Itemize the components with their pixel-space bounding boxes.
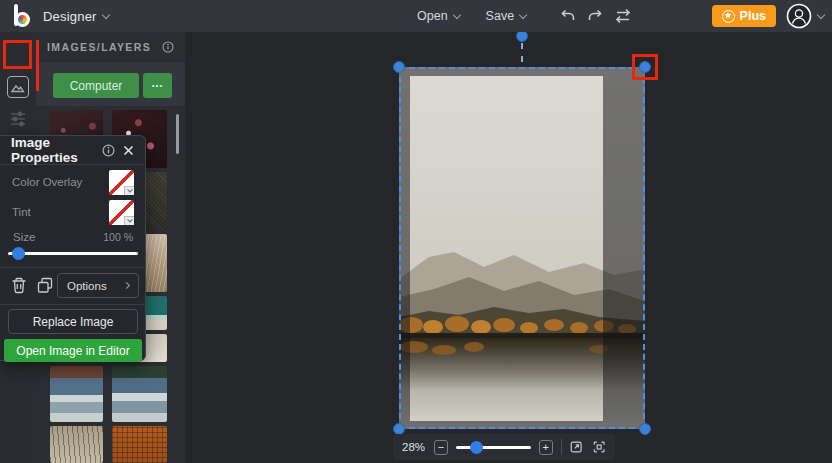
open-menu[interactable]: Open (417, 9, 460, 23)
swatch-dropdown-icon[interactable] (124, 186, 134, 195)
size-row: Size 100 % (13, 231, 133, 243)
rotation-handle-line (521, 43, 523, 62)
fullscreen-icon[interactable] (569, 439, 583, 455)
fit-to-screen-icon[interactable] (592, 439, 606, 455)
size-slider-knob[interactable] (12, 247, 25, 260)
logo-color-wheel (15, 12, 30, 27)
selection-bounding-box (399, 67, 645, 429)
computer-upload-button[interactable]: Computer (53, 73, 139, 98)
more-sources-button[interactable]: ••• (143, 73, 172, 98)
zoom-slider-track[interactable] (456, 446, 531, 449)
thumbnail-waves-shore[interactable] (50, 366, 103, 422)
close-icon[interactable] (123, 145, 134, 156)
zoom-slider-knob[interactable] (470, 441, 483, 454)
profile-chevron-icon[interactable] (817, 10, 825, 18)
info-icon[interactable] (162, 41, 174, 53)
size-value: 100 % (103, 231, 133, 243)
duplicate-layer-button[interactable] (35, 275, 55, 296)
tint-swatch[interactable] (109, 200, 134, 225)
images-layers-header: IMAGES/LAYERS (36, 32, 185, 62)
panel-title: IMAGES/LAYERS (47, 41, 151, 53)
profile-avatar[interactable] (786, 3, 812, 29)
befunky-logo-icon[interactable] (13, 4, 33, 28)
undo-icon (560, 8, 576, 24)
panel-scrollbar[interactable] (176, 114, 179, 154)
color-overlay-swatch[interactable] (109, 170, 134, 195)
undo-button[interactable] (560, 8, 576, 24)
size-slider-track[interactable] (8, 252, 138, 255)
duplicate-icon (35, 275, 55, 296)
chevron-down-icon (101, 10, 109, 18)
rail-images-tab[interactable] (7, 76, 29, 98)
size-slider[interactable] (8, 246, 138, 260)
open-image-in-editor-button[interactable]: Open Image in Editor (4, 339, 142, 362)
image-properties-header: Image Properties (0, 136, 145, 165)
switch-transfer-button[interactable] (614, 8, 632, 24)
sliders-icon (9, 110, 27, 128)
top-bar: Designer Open Save (0, 0, 832, 32)
selection-handle-top-left[interactable] (393, 61, 405, 73)
thumbnail-orange-grid[interactable] (112, 426, 167, 463)
selection-handle-bottom-right[interactable] (639, 423, 651, 435)
trash-icon (9, 275, 29, 296)
redo-button[interactable] (587, 8, 603, 24)
image-icon (9, 78, 27, 96)
designer-app-menu[interactable]: Designer (43, 9, 109, 24)
divider (561, 439, 562, 455)
zoom-bar: 28% − + (393, 434, 615, 460)
zoom-slider[interactable] (456, 440, 531, 454)
thumbnail-reeds[interactable] (50, 426, 103, 463)
save-menu[interactable]: Save (486, 9, 527, 23)
zoom-level: 28% (402, 441, 426, 453)
info-icon[interactable] (102, 144, 115, 157)
image-properties-panel: Image Properties Color Overlay Tint Size (0, 135, 146, 361)
app-root: Designer Open Save (0, 0, 832, 463)
tint-row: Tint (12, 199, 134, 225)
zoom-in-button[interactable]: + (539, 440, 553, 455)
replace-image-button[interactable]: Replace Image (8, 309, 138, 334)
transfer-arrows-icon (614, 8, 632, 24)
chevron-down-icon (452, 10, 460, 18)
annotation-box-images-tab (3, 40, 32, 69)
app-title: Designer (43, 9, 97, 24)
color-overlay-row: Color Overlay (12, 169, 134, 195)
image-properties-title: Image Properties (11, 135, 94, 165)
thumbnail-waves-forest[interactable] (112, 366, 167, 422)
chevron-down-icon (519, 10, 527, 18)
plus-upgrade-button[interactable]: ★ Plus (712, 5, 776, 27)
rail-customize-tab[interactable] (7, 108, 29, 130)
delete-layer-button[interactable] (9, 275, 29, 296)
star-icon: ★ (722, 10, 735, 23)
chevron-right-icon (123, 282, 130, 289)
annotation-box-top-right-handle (632, 54, 658, 80)
zoom-out-button[interactable]: − (434, 440, 448, 455)
redo-icon (587, 8, 603, 24)
swatch-dropdown-icon[interactable] (124, 216, 134, 225)
person-icon (786, 3, 812, 29)
annotation-line-panel-edge (36, 40, 39, 91)
options-button[interactable]: Options (57, 273, 139, 298)
